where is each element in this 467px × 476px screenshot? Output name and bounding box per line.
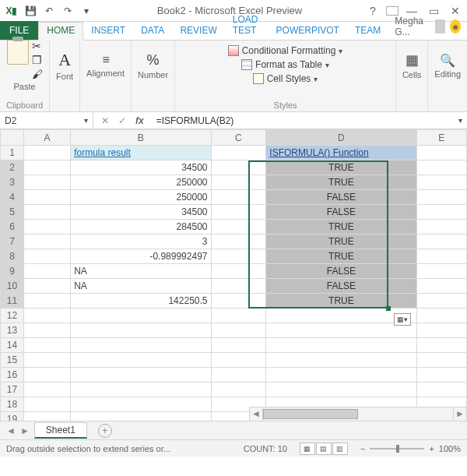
status-bar: Drag outside selection to extend series … [0,439,467,457]
row-header[interactable]: 6 [1,220,24,234]
find-icon: 🔍 [440,53,455,68]
ribbon-tabs: FILE HOME INSERT DATA REVIEW LOAD TEST P… [0,22,467,41]
row-header[interactable]: 16 [1,368,24,383]
group-styles: Conditional Formatting▾ Format as Table▾… [175,41,396,111]
row-header[interactable]: 7 [1,234,24,249]
status-message: Drag outside selection to extend series … [6,444,170,453]
tab-data[interactable]: DATA [133,23,172,40]
sheet-nav-prev-icon[interactable]: ◄ [6,425,16,436]
cell-styles-icon [253,73,264,84]
undo-button[interactable]: ↶ [40,2,58,19]
number-button[interactable]: % Number [138,44,168,87]
alignment-icon: ≡ [102,53,108,67]
row-header[interactable]: 8 [1,249,24,264]
cancel-formula-icon[interactable]: ✕ [101,115,109,126]
col-header-b[interactable]: B [71,130,211,146]
redo-button[interactable]: ↷ [59,2,76,19]
row-header[interactable]: 1 [1,146,24,160]
excel-icon[interactable]: X▮ [3,2,20,19]
cell-styles-button[interactable]: Cell Styles▾ [253,72,318,86]
col-header-c[interactable]: C [211,130,266,146]
format-painter-icon[interactable]: 🖌 [32,68,43,80]
row-header[interactable]: 14 [1,338,24,353]
font-button[interactable]: A Font [56,44,73,87]
sheet-grid[interactable]: A B C D E 1formula resultISFORMULA() Fun… [0,129,467,421]
help-button[interactable]: ? [364,2,381,19]
tab-loadtest[interactable]: LOAD TEST [225,12,269,40]
sheet-nav-next-icon[interactable]: ► [20,425,30,436]
enter-formula-icon[interactable]: ✓ [118,115,126,126]
format-as-table-button[interactable]: Format as Table▾ [241,58,329,72]
scroll-left-icon[interactable]: ◄ [249,407,263,421]
avatar-icon [435,19,446,33]
row-header[interactable]: 3 [1,175,24,190]
qat-customize-icon[interactable]: ▾ [78,2,95,19]
percent-icon: % [147,52,160,69]
cells-button[interactable]: ▦ Cells [402,44,421,87]
tab-powerpivot[interactable]: POWERPIVOT [269,23,347,40]
cell-b1[interactable]: formula result [71,146,211,160]
fill-handle[interactable] [386,306,391,311]
row-header[interactable]: 4 [1,190,24,205]
page-layout-view-button[interactable]: ▤ [316,443,332,455]
new-sheet-button[interactable]: + [98,424,112,438]
zoom-control: − + 100% [360,444,461,453]
zoom-slider[interactable] [370,448,424,450]
row-header[interactable]: 13 [1,323,24,338]
quick-access-toolbar: X▮ 💾 ↶ ↷ ▾ [3,2,95,19]
row-header[interactable]: 19 [1,412,24,421]
scroll-right-icon[interactable]: ► [453,407,467,421]
row-header[interactable]: 15 [1,353,24,368]
expand-formula-bar-icon[interactable]: ▾ [454,116,467,125]
row-header[interactable]: 12 [1,309,24,323]
clipboard-icon [7,40,29,65]
tab-review[interactable]: REVIEW [172,23,224,40]
cond-format-icon [228,45,239,56]
row-header[interactable]: 11 [1,294,24,309]
status-count: COUNT: 10 [244,444,287,453]
row-header[interactable]: 10 [1,279,24,294]
cell-d1[interactable]: ISFORMULA() Function [266,146,416,160]
zoom-out-button[interactable]: − [360,444,365,453]
sheet-tab[interactable]: Sheet1 [34,422,87,439]
row-header[interactable]: 9 [1,264,24,279]
namebox-dropdown-icon[interactable]: ▾ [84,116,88,125]
col-header-d[interactable]: D [266,130,416,146]
page-break-view-button[interactable]: ▥ [332,443,348,455]
auto-fill-options-button[interactable]: ▦▾ [394,313,411,326]
normal-view-button[interactable]: ▦ [300,443,315,455]
save-button[interactable]: 💾 [22,2,39,19]
table-icon [241,59,252,70]
zoom-in-button[interactable]: + [429,444,434,453]
row-header[interactable]: 5 [1,205,24,220]
scrollbar-thumb[interactable] [263,409,358,419]
tab-team[interactable]: TEAM [347,23,388,40]
formula-input[interactable]: =ISFORMULA(B2) [152,115,454,126]
sheet-tab-bar: ◄ ► Sheet1 + [0,421,467,439]
col-header-e[interactable]: E [416,130,466,146]
group-clipboard: ✂ ❐ 🖌 Paste Clipboard [0,41,50,111]
row-header[interactable]: 18 [1,397,24,412]
zoom-level[interactable]: 100% [439,444,461,453]
horizontal-scrollbar[interactable]: ◄ ► [249,407,467,421]
conditional-formatting-button[interactable]: Conditional Formatting▾ [228,44,343,58]
select-all-button[interactable] [1,130,24,146]
paste-button[interactable]: ✂ ❐ 🖌 Paste [7,44,43,87]
row-header[interactable]: 17 [1,383,24,397]
cells-icon: ▦ [406,51,419,69]
row-header[interactable]: 2 [1,160,24,175]
name-box[interactable]: D2 ▾ [0,112,93,129]
copy-icon[interactable]: ❐ [32,54,43,66]
cut-icon[interactable]: ✂ [32,40,43,52]
tab-home[interactable]: HOME [38,22,83,41]
alignment-button[interactable]: ≡ Alignment [86,44,125,87]
view-buttons: ▦ ▤ ▥ [300,443,348,455]
group-number: % Number [132,41,175,111]
editing-button[interactable]: 🔍 Editing [434,44,461,87]
feedback-smiley-icon[interactable]: ☻ [450,19,461,33]
fx-icon[interactable]: fx [135,115,144,126]
account-area[interactable]: Megha G... ☻ [388,13,467,40]
col-header-a[interactable]: A [24,130,71,146]
tab-insert[interactable]: INSERT [83,23,133,40]
group-cells: ▦ Cells [396,41,428,111]
